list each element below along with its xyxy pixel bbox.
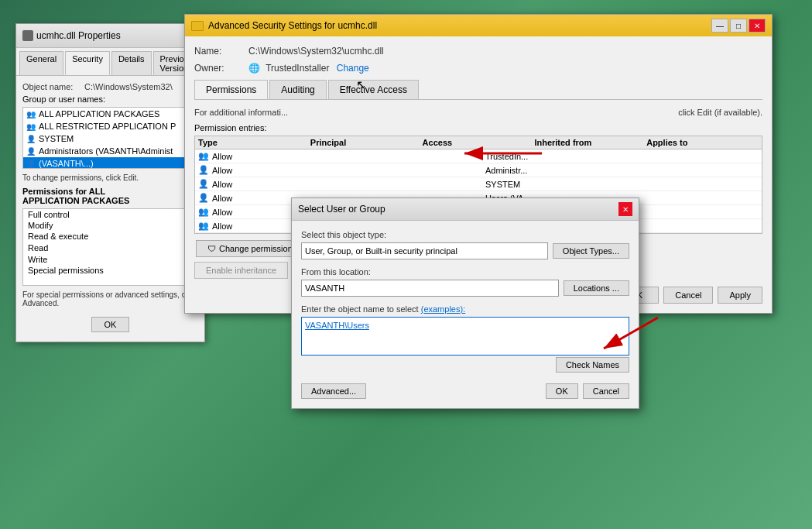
apply-button[interactable]: Apply bbox=[718, 287, 762, 304]
select-type-label: Select this object type: bbox=[301, 230, 629, 239]
object-name-text: VASANTH\Users bbox=[305, 321, 369, 330]
col-type: Type bbox=[198, 138, 310, 147]
locations-button[interactable]: Locations ... bbox=[564, 280, 629, 296]
tab-details[interactable]: Details bbox=[111, 51, 152, 75]
select-type-input[interactable] bbox=[301, 242, 548, 259]
list-item-selected[interactable]: 👤 (VASANTH\...) bbox=[23, 157, 197, 169]
adv-tabs: Permissions Auditing Effective Access bbox=[194, 80, 762, 100]
list-item[interactable]: 👤 Administrators (VASANTH\Administ bbox=[23, 145, 197, 157]
perm-entries-header: Type Principal Access Inherited from App… bbox=[195, 136, 762, 149]
tab-security[interactable]: Security bbox=[65, 51, 110, 75]
close-button[interactable]: ✕ bbox=[749, 19, 766, 33]
perm-row: Full control bbox=[23, 209, 197, 220]
group-names-label: Group or user names: bbox=[22, 94, 198, 104]
from-location-row: Locations ... bbox=[301, 280, 629, 297]
group-icon: 👤 bbox=[26, 158, 36, 169]
group-name: SYSTEM bbox=[39, 134, 74, 143]
tab-effective-access[interactable]: Effective Access bbox=[328, 80, 419, 99]
folder-icon bbox=[191, 21, 204, 31]
perms-table: Full control Modify Read & execute✓ Read… bbox=[22, 208, 198, 286]
object-name-area: VASANTH\Users Check Names bbox=[301, 317, 629, 373]
change-owner-link[interactable]: Change bbox=[337, 63, 369, 74]
col-principal: Principal bbox=[310, 138, 423, 147]
entry-icon: 👤 bbox=[198, 165, 212, 175]
footer-left: Advanced... bbox=[301, 383, 366, 399]
tab-permissions[interactable]: Permissions bbox=[194, 80, 268, 99]
object-name-row: Object name: C:\Windows\System32\ bbox=[22, 82, 198, 91]
dialog-body: Select this object type: Object Types...… bbox=[292, 221, 639, 408]
properties-titlebar: ucmhc.dll Properties ✕ bbox=[16, 24, 204, 48]
adv-titlebar: Advanced Security Settings for ucmhc.dll… bbox=[185, 15, 772, 36]
group-name: (VASANTH\...) bbox=[39, 159, 94, 168]
adv-info: For additional informati... click Edit (… bbox=[194, 108, 762, 117]
object-types-button[interactable]: Object Types... bbox=[553, 243, 629, 259]
entry-icon: 👤 bbox=[198, 193, 212, 203]
dialog-title: Select User or Group bbox=[298, 204, 385, 215]
entry-icon: 👤 bbox=[198, 179, 212, 189]
trusted-installer-icon: 🌐 bbox=[248, 63, 260, 74]
perm-row: Special permissions bbox=[23, 265, 197, 276]
object-name-label: Object name: bbox=[22, 82, 84, 91]
ok-button[interactable]: OK bbox=[91, 317, 130, 332]
props-title: ucmhc.dll Properties bbox=[36, 30, 121, 41]
cancel-button[interactable]: Cancel bbox=[583, 383, 629, 399]
col-access: Access bbox=[423, 138, 535, 147]
list-item[interactable]: 👤 SYSTEM bbox=[23, 132, 197, 145]
col-inherited: Inherited from bbox=[534, 138, 646, 147]
group-icon: 👥 bbox=[26, 108, 36, 119]
dialog-close-button[interactable]: ✕ bbox=[618, 202, 632, 216]
table-row[interactable]: 👤 Allow SYSTEM bbox=[195, 177, 762, 191]
file-icon bbox=[22, 30, 33, 41]
col-applies: Applies to bbox=[646, 138, 759, 147]
perm-row: Read & execute✓ bbox=[23, 231, 197, 242]
from-location-input[interactable] bbox=[301, 280, 559, 297]
tab-general[interactable]: General bbox=[19, 51, 63, 75]
special-note: For special permissions or advanced sett… bbox=[22, 290, 198, 307]
titlebar-left: ucmhc.dll Properties bbox=[22, 30, 121, 41]
minimize-button[interactable]: — bbox=[711, 19, 728, 33]
perms-note: To change permissions, click Edit. bbox=[22, 173, 198, 182]
list-item[interactable]: 👥 ALL APPLICATION PACKAGES bbox=[23, 108, 197, 120]
dialog-titlebar: Select User or Group ✕ bbox=[292, 198, 639, 221]
name-label: Name: bbox=[194, 46, 248, 57]
object-name-value: C:\Windows\System32\ bbox=[84, 82, 173, 91]
props-body: Object name: C:\Windows\System32\ Group … bbox=[16, 76, 204, 342]
select-type-row: Object Types... bbox=[301, 242, 629, 259]
footer-right: OK Cancel bbox=[546, 383, 629, 399]
group-name: Administrators (VASANTH\Administ bbox=[39, 146, 173, 156]
from-location-label: From this location: bbox=[301, 267, 629, 277]
select-user-dialog: Select User or Group ✕ Select this objec… bbox=[291, 198, 639, 409]
group-name: ALL APPLICATION PACKAGES bbox=[39, 109, 159, 119]
object-name-value: VASANTH\Users bbox=[301, 317, 629, 356]
group-list[interactable]: 👥 ALL APPLICATION PACKAGES 👥 ALL RESTRIC… bbox=[22, 107, 198, 169]
shield-icon: 🛡 bbox=[207, 244, 216, 253]
group-icon: 👤 bbox=[26, 133, 36, 144]
tab-auditing[interactable]: Auditing bbox=[269, 80, 326, 99]
list-item[interactable]: 👥 ALL RESTRICTED APPLICATION P bbox=[23, 120, 197, 132]
perm-row: Read✓ bbox=[23, 242, 197, 254]
table-row[interactable]: 👤 Allow Administr... bbox=[195, 163, 762, 177]
advanced-button[interactable]: Advanced... bbox=[301, 383, 366, 399]
titlebar-left: Advanced Security Settings for ucmhc.dll bbox=[191, 20, 377, 31]
group-name: ALL RESTRICTED APPLICATION P bbox=[39, 122, 176, 131]
props-footer: OK bbox=[22, 314, 198, 335]
check-names-button[interactable]: Check Names bbox=[556, 357, 629, 373]
table-row[interactable]: 👥 Allow TrustedIn... bbox=[195, 149, 762, 163]
perms-for-label: Permissions for ALL APPLICATION PACKAGES bbox=[22, 187, 198, 205]
owner-row: Owner: 🌐 TrustedInstaller Change bbox=[194, 63, 762, 74]
entry-icon: 👥 bbox=[198, 221, 212, 231]
ok-button[interactable]: OK bbox=[546, 383, 578, 399]
entry-icon: 👥 bbox=[198, 151, 212, 161]
name-row: Name: C:\Windows\System32\ucmhc.dll bbox=[194, 46, 762, 57]
cancel-button[interactable]: Cancel bbox=[663, 287, 713, 304]
enable-inheritance-button[interactable]: Enable inheritance bbox=[194, 262, 288, 279]
name-value: C:\Windows\System32\ucmhc.dll bbox=[248, 46, 384, 57]
maximize-button[interactable]: □ bbox=[730, 19, 747, 33]
properties-window: ucmhc.dll Properties ✕ General Security … bbox=[15, 23, 205, 342]
owner-value: 🌐 TrustedInstaller Change bbox=[248, 63, 369, 74]
group-icon: 👤 bbox=[26, 146, 36, 156]
owner-label: Owner: bbox=[194, 63, 248, 74]
perm-entries-label: Permission entries: bbox=[194, 123, 762, 132]
group-icon: 👥 bbox=[26, 121, 36, 132]
examples-link[interactable]: (examples): bbox=[421, 304, 465, 314]
